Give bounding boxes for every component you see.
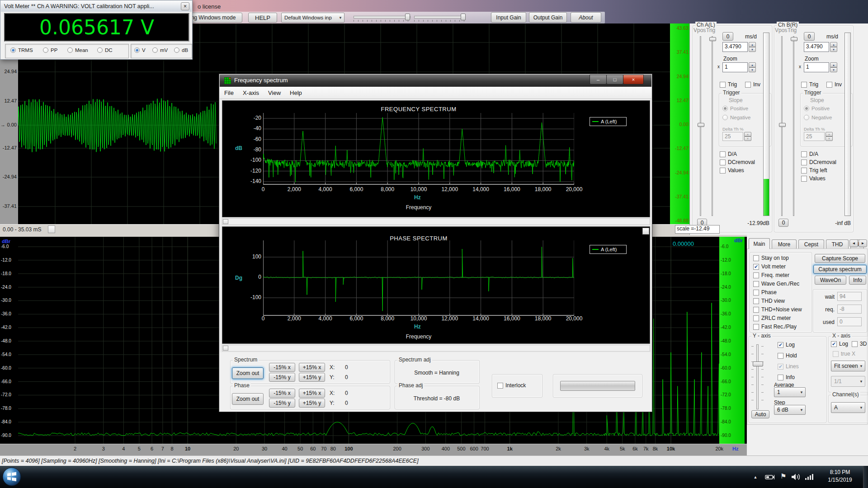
- ch-a-dcremoval-checkbox[interactable]: DCremoval: [720, 159, 755, 165]
- ch-a-trig-slider[interactable]: [712, 36, 713, 216]
- x-axis-3d-checkbox-box[interactable]: [852, 341, 858, 347]
- voltmeter-unit-v[interactable]: V: [134, 47, 146, 53]
- menu-view[interactable]: View: [264, 87, 285, 99]
- ch-b-time-div-field[interactable]: 3.4790: [804, 42, 829, 52]
- windows-mode-button[interactable]: ng Windows mode: [184, 13, 242, 23]
- ch-b-slope-positive-radio[interactable]: [804, 106, 809, 111]
- spectrum-zoom-1-button[interactable]: +15% x: [299, 363, 325, 372]
- ch-a-slope-negative-radio[interactable]: [722, 115, 728, 120]
- ch-b-dcremoval-checkbox[interactable]: DCremoval: [801, 159, 836, 165]
- opt-thdview-box[interactable]: [753, 298, 759, 304]
- menu-file[interactable]: File: [220, 87, 238, 99]
- ch-a-time-div-spinner[interactable]: ▲▼: [749, 42, 756, 52]
- channel-select[interactable]: A▼: [831, 402, 865, 413]
- opt-stayontop-box[interactable]: [753, 255, 759, 261]
- ch-a-da-checkbox-box[interactable]: [720, 151, 726, 157]
- tab-thd[interactable]: THD: [826, 239, 849, 249]
- input-gain-slider[interactable]: [354, 16, 410, 19]
- phase-zoom-2-button[interactable]: -15% y: [269, 399, 295, 408]
- ch-b-zero-button[interactable]: 0: [778, 219, 788, 227]
- window-titlebar[interactable]: Volt Meter ** Ch A WARNING: VOLT calibra…: [1, 1, 192, 12]
- opt-fastrecplay-box[interactable]: [753, 324, 759, 330]
- tab-scroll-left[interactable]: ◄: [849, 239, 858, 247]
- opt-stayontop[interactable]: Stay on top: [753, 255, 789, 261]
- opt-zrlcmeter[interactable]: ZRLC meter: [753, 315, 791, 321]
- ch-a-zoom-spinner-up[interactable]: ▲: [749, 62, 756, 67]
- output-gain-slider-thumb[interactable]: [461, 14, 466, 20]
- spectrum-zoom-0-button[interactable]: -15% x: [269, 363, 295, 372]
- ch-b-dcremoval-checkbox-box[interactable]: [801, 160, 807, 165]
- opt-zrlcmeter-box[interactable]: [753, 315, 759, 321]
- ch-a-delta-spinner[interactable]: ▲▼: [744, 132, 751, 141]
- capture-scope-button[interactable]: Capture Scope: [815, 254, 865, 263]
- ch-a-dcremoval-checkbox-box[interactable]: [720, 160, 726, 165]
- tab-main[interactable]: Main: [749, 238, 770, 249]
- phase-zoom-3-button[interactable]: +15% y: [299, 399, 325, 408]
- phase-zoom-1-button[interactable]: +15% x: [299, 389, 325, 398]
- y-axis-lines-checkbox-box[interactable]: ✔: [778, 364, 783, 370]
- ch-a-pos-reset-button[interactable]: 0: [722, 32, 733, 41]
- tab-more[interactable]: More: [772, 239, 797, 249]
- voltmeter-unit-v-radio[interactable]: [134, 47, 140, 53]
- y-axis-slider-thumb[interactable]: [753, 361, 763, 366]
- window-titlebar[interactable]: Frequency spectrum – □ ×: [220, 75, 651, 87]
- opt-freqmeter-box[interactable]: [753, 272, 759, 278]
- ch-a-trig-checkbox[interactable]: Trig: [720, 81, 737, 88]
- input-gain-button[interactable]: Input Gain: [491, 12, 526, 23]
- x-axis-log-checkbox-box[interactable]: ✔: [831, 341, 837, 347]
- y-axis-log-checkbox[interactable]: ✔Log: [778, 342, 795, 348]
- ch-b-slope-negative-radio[interactable]: [804, 115, 809, 120]
- tab-cepst[interactable]: Cepst: [798, 239, 824, 249]
- scope-h-scrollbar-thumb[interactable]: [48, 225, 55, 233]
- voltmeter-unit-mv-radio[interactable]: [152, 47, 158, 53]
- opt-phase-box[interactable]: [753, 290, 759, 296]
- opt-thdnoiseview[interactable]: THD+Noise view: [753, 306, 802, 313]
- ch-b-inv-checkbox[interactable]: Inv: [826, 81, 842, 88]
- ch-b-delta-spinner-down[interactable]: ▼: [826, 136, 833, 141]
- ch-b-da-checkbox-box[interactable]: [801, 151, 807, 157]
- ratio-select[interactable]: 1/1▼: [831, 376, 865, 387]
- ch-b-values-checkbox-box[interactable]: [801, 176, 807, 182]
- minimize-button[interactable]: –: [590, 75, 607, 84]
- spectrum-zoom-3-button[interactable]: +15% y: [299, 373, 325, 382]
- y-axis-hold-checkbox[interactable]: Hold: [778, 352, 797, 359]
- about-button[interactable]: About: [571, 12, 601, 23]
- opt-thdview[interactable]: THD view: [753, 298, 785, 304]
- ch-b-inv-checkbox-box[interactable]: [826, 82, 832, 88]
- ch-b-trigleft-checkbox[interactable]: Trig left: [801, 167, 827, 174]
- fit-screen-select[interactable]: Fit screen▼: [831, 361, 865, 371]
- capture-spectrum-button[interactable]: Capture spectrum: [813, 265, 867, 274]
- ch-b-zoom-spinner-down[interactable]: ▼: [830, 67, 837, 72]
- step-select[interactable]: 6 dB▼: [774, 405, 806, 415]
- ch-b-trig-checkbox-box[interactable]: [801, 82, 807, 88]
- help-button[interactable]: HELP: [248, 13, 277, 23]
- ch-b-zoom-field[interactable]: 1: [804, 62, 829, 72]
- ch-b-time-div-spinner-down[interactable]: ▼: [830, 47, 837, 52]
- y-axis-info-checkbox-box[interactable]: [778, 375, 783, 380]
- y-axis-lines-checkbox[interactable]: ✔Lines: [778, 363, 799, 370]
- ch-a-time-div-spinner-down[interactable]: ▼: [749, 47, 756, 52]
- ch-a-vpos-slider-thumb[interactable]: [698, 123, 704, 127]
- tray-expand-icon[interactable]: ▲: [752, 474, 759, 480]
- chart1-h-scrollbar[interactable]: [222, 218, 650, 225]
- ch-a-time-div-field[interactable]: 3.4790: [722, 42, 748, 52]
- ch-b-slope-negative[interactable]: Negative: [804, 115, 832, 120]
- output-gain-slider[interactable]: [414, 16, 466, 19]
- action-center-flag-icon[interactable]: ⚑: [780, 472, 786, 480]
- network-icon[interactable]: [805, 473, 816, 480]
- x-axis-3d-checkbox[interactable]: 3D: [852, 341, 867, 347]
- ch-b-da-checkbox[interactable]: D/A: [801, 151, 818, 157]
- input-device-select[interactable]: Default Windows inp▼: [281, 13, 344, 23]
- ch-b-values-checkbox[interactable]: Values: [801, 175, 826, 182]
- chart2-h-scrollbar[interactable]: [222, 345, 650, 352]
- menu-help[interactable]: Help: [285, 87, 307, 99]
- y-axis-log-checkbox-box[interactable]: ✔: [778, 342, 783, 348]
- clock[interactable]: 8:10 PM 1/15/2019: [819, 469, 861, 485]
- voltmeter-unit-db[interactable]: dB: [174, 47, 188, 53]
- opt-wavegenrec-box[interactable]: [753, 281, 759, 287]
- ch-a-trig-checkbox-box[interactable]: [720, 82, 726, 88]
- y-axis-info-checkbox[interactable]: Info: [778, 374, 795, 380]
- req-field[interactable]: -8: [837, 305, 862, 314]
- ch-a-da-checkbox[interactable]: D/A: [720, 151, 737, 157]
- ch-a-zoom-spinner-down[interactable]: ▼: [749, 67, 756, 72]
